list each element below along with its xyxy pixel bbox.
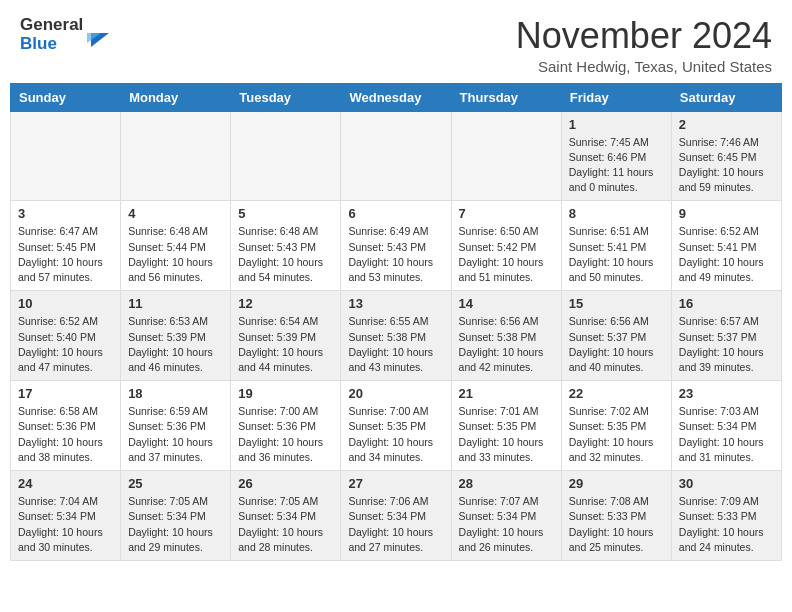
day-info: Sunrise: 6:53 AMSunset: 5:39 PMDaylight:…: [128, 314, 223, 375]
day-info: Sunrise: 6:48 AMSunset: 5:44 PMDaylight:…: [128, 224, 223, 285]
calendar-cell: 15Sunrise: 6:56 AMSunset: 5:37 PMDayligh…: [561, 291, 671, 381]
calendar-header-friday: Friday: [561, 83, 671, 111]
calendar-header-saturday: Saturday: [671, 83, 781, 111]
day-info: Sunrise: 6:51 AMSunset: 5:41 PMDaylight:…: [569, 224, 664, 285]
calendar-cell: 20Sunrise: 7:00 AMSunset: 5:35 PMDayligh…: [341, 381, 451, 471]
location-subtitle: Saint Hedwig, Texas, United States: [516, 58, 772, 75]
day-number: 4: [128, 206, 223, 221]
day-number: 24: [18, 476, 113, 491]
day-info: Sunrise: 7:06 AMSunset: 5:34 PMDaylight:…: [348, 494, 443, 555]
logo: General Blue: [20, 16, 109, 53]
logo-icon: [87, 19, 109, 47]
day-info: Sunrise: 7:46 AMSunset: 6:45 PMDaylight:…: [679, 135, 774, 196]
calendar-cell: 19Sunrise: 7:00 AMSunset: 5:36 PMDayligh…: [231, 381, 341, 471]
logo-blue: Blue: [20, 35, 57, 54]
day-info: Sunrise: 7:05 AMSunset: 5:34 PMDaylight:…: [128, 494, 223, 555]
day-number: 28: [459, 476, 554, 491]
day-info: Sunrise: 7:07 AMSunset: 5:34 PMDaylight:…: [459, 494, 554, 555]
day-info: Sunrise: 6:48 AMSunset: 5:43 PMDaylight:…: [238, 224, 333, 285]
calendar-cell: 22Sunrise: 7:02 AMSunset: 5:35 PMDayligh…: [561, 381, 671, 471]
calendar-cell: 29Sunrise: 7:08 AMSunset: 5:33 PMDayligh…: [561, 471, 671, 561]
calendar-header-row: SundayMondayTuesdayWednesdayThursdayFrid…: [11, 83, 782, 111]
calendar-header-wednesday: Wednesday: [341, 83, 451, 111]
calendar-cell: 26Sunrise: 7:05 AMSunset: 5:34 PMDayligh…: [231, 471, 341, 561]
day-number: 3: [18, 206, 113, 221]
day-info: Sunrise: 6:54 AMSunset: 5:39 PMDaylight:…: [238, 314, 333, 375]
day-number: 13: [348, 296, 443, 311]
day-number: 2: [679, 117, 774, 132]
calendar-week-3: 10Sunrise: 6:52 AMSunset: 5:40 PMDayligh…: [11, 291, 782, 381]
day-number: 15: [569, 296, 664, 311]
day-info: Sunrise: 6:50 AMSunset: 5:42 PMDaylight:…: [459, 224, 554, 285]
calendar-cell: 13Sunrise: 6:55 AMSunset: 5:38 PMDayligh…: [341, 291, 451, 381]
header: General Blue November 2024 Saint Hedwig,…: [0, 0, 792, 83]
calendar-cell: 2Sunrise: 7:46 AMSunset: 6:45 PMDaylight…: [671, 111, 781, 201]
day-number: 30: [679, 476, 774, 491]
title-block: November 2024 Saint Hedwig, Texas, Unite…: [516, 16, 772, 75]
calendar-week-4: 17Sunrise: 6:58 AMSunset: 5:36 PMDayligh…: [11, 381, 782, 471]
day-info: Sunrise: 7:01 AMSunset: 5:35 PMDaylight:…: [459, 404, 554, 465]
day-number: 27: [348, 476, 443, 491]
calendar-cell: 9Sunrise: 6:52 AMSunset: 5:41 PMDaylight…: [671, 201, 781, 291]
day-info: Sunrise: 6:47 AMSunset: 5:45 PMDaylight:…: [18, 224, 113, 285]
calendar-cell: 3Sunrise: 6:47 AMSunset: 5:45 PMDaylight…: [11, 201, 121, 291]
day-number: 19: [238, 386, 333, 401]
day-info: Sunrise: 6:49 AMSunset: 5:43 PMDaylight:…: [348, 224, 443, 285]
day-info: Sunrise: 6:55 AMSunset: 5:38 PMDaylight:…: [348, 314, 443, 375]
calendar-header-sunday: Sunday: [11, 83, 121, 111]
day-info: Sunrise: 6:59 AMSunset: 5:36 PMDaylight:…: [128, 404, 223, 465]
day-number: 7: [459, 206, 554, 221]
calendar-cell: [231, 111, 341, 201]
day-number: 12: [238, 296, 333, 311]
day-info: Sunrise: 6:56 AMSunset: 5:38 PMDaylight:…: [459, 314, 554, 375]
day-info: Sunrise: 7:00 AMSunset: 5:36 PMDaylight:…: [238, 404, 333, 465]
day-info: Sunrise: 7:05 AMSunset: 5:34 PMDaylight:…: [238, 494, 333, 555]
day-number: 5: [238, 206, 333, 221]
day-number: 21: [459, 386, 554, 401]
calendar-cell: 10Sunrise: 6:52 AMSunset: 5:40 PMDayligh…: [11, 291, 121, 381]
day-number: 11: [128, 296, 223, 311]
day-info: Sunrise: 7:04 AMSunset: 5:34 PMDaylight:…: [18, 494, 113, 555]
day-info: Sunrise: 7:03 AMSunset: 5:34 PMDaylight:…: [679, 404, 774, 465]
calendar-cell: 5Sunrise: 6:48 AMSunset: 5:43 PMDaylight…: [231, 201, 341, 291]
day-number: 20: [348, 386, 443, 401]
calendar-cell: 4Sunrise: 6:48 AMSunset: 5:44 PMDaylight…: [121, 201, 231, 291]
page: General Blue November 2024 Saint Hedwig,…: [0, 0, 792, 571]
day-number: 16: [679, 296, 774, 311]
calendar-cell: 30Sunrise: 7:09 AMSunset: 5:33 PMDayligh…: [671, 471, 781, 561]
logo-text: General Blue: [20, 16, 83, 53]
day-number: 17: [18, 386, 113, 401]
day-number: 22: [569, 386, 664, 401]
calendar-cell: 21Sunrise: 7:01 AMSunset: 5:35 PMDayligh…: [451, 381, 561, 471]
calendar-cell: 28Sunrise: 7:07 AMSunset: 5:34 PMDayligh…: [451, 471, 561, 561]
calendar-cell: [121, 111, 231, 201]
day-number: 1: [569, 117, 664, 132]
calendar-header-tuesday: Tuesday: [231, 83, 341, 111]
calendar-cell: 24Sunrise: 7:04 AMSunset: 5:34 PMDayligh…: [11, 471, 121, 561]
calendar-cell: 11Sunrise: 6:53 AMSunset: 5:39 PMDayligh…: [121, 291, 231, 381]
calendar-table: SundayMondayTuesdayWednesdayThursdayFrid…: [10, 83, 782, 561]
day-info: Sunrise: 7:00 AMSunset: 5:35 PMDaylight:…: [348, 404, 443, 465]
day-number: 18: [128, 386, 223, 401]
month-title: November 2024: [516, 16, 772, 56]
calendar-wrapper: SundayMondayTuesdayWednesdayThursdayFrid…: [0, 83, 792, 571]
calendar-cell: [341, 111, 451, 201]
day-info: Sunrise: 7:02 AMSunset: 5:35 PMDaylight:…: [569, 404, 664, 465]
day-number: 8: [569, 206, 664, 221]
day-number: 29: [569, 476, 664, 491]
calendar-header-thursday: Thursday: [451, 83, 561, 111]
calendar-cell: 16Sunrise: 6:57 AMSunset: 5:37 PMDayligh…: [671, 291, 781, 381]
day-info: Sunrise: 7:08 AMSunset: 5:33 PMDaylight:…: [569, 494, 664, 555]
day-number: 9: [679, 206, 774, 221]
calendar-cell: 8Sunrise: 6:51 AMSunset: 5:41 PMDaylight…: [561, 201, 671, 291]
calendar-cell: 7Sunrise: 6:50 AMSunset: 5:42 PMDaylight…: [451, 201, 561, 291]
calendar-cell: 27Sunrise: 7:06 AMSunset: 5:34 PMDayligh…: [341, 471, 451, 561]
day-number: 6: [348, 206, 443, 221]
calendar-cell: [451, 111, 561, 201]
calendar-cell: 17Sunrise: 6:58 AMSunset: 5:36 PMDayligh…: [11, 381, 121, 471]
day-info: Sunrise: 6:57 AMSunset: 5:37 PMDaylight:…: [679, 314, 774, 375]
day-info: Sunrise: 7:09 AMSunset: 5:33 PMDaylight:…: [679, 494, 774, 555]
day-number: 23: [679, 386, 774, 401]
day-number: 26: [238, 476, 333, 491]
calendar-cell: 14Sunrise: 6:56 AMSunset: 5:38 PMDayligh…: [451, 291, 561, 381]
